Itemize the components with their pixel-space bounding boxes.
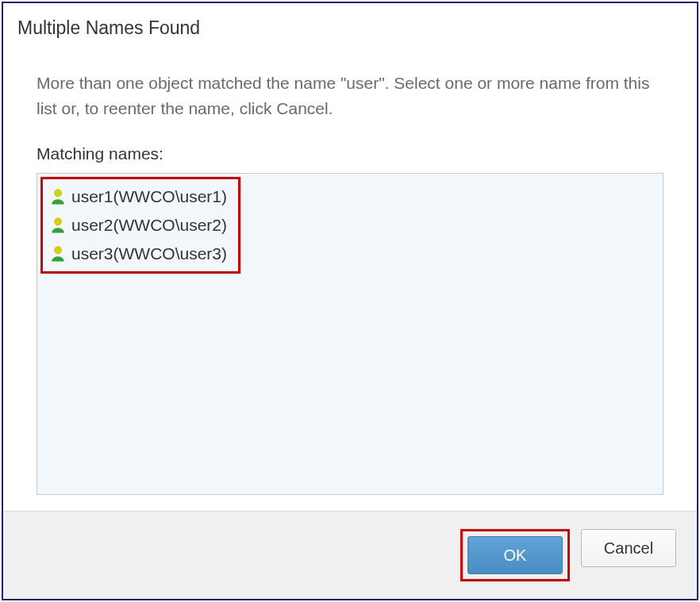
- dialog-title: Multiple Names Found: [3, 3, 697, 47]
- dialog-body: More than one object matched the name "u…: [3, 47, 697, 511]
- user-icon: [49, 245, 67, 263]
- ok-highlight-annotation: OK: [460, 529, 570, 581]
- cancel-button[interactable]: Cancel: [581, 529, 676, 567]
- user-icon: [49, 188, 67, 205]
- list-label: Matching names:: [37, 144, 663, 163]
- highlight-annotation: user1(WWCO\user1) user2(WWCO\user2) user…: [40, 177, 240, 274]
- dialog-footer: OK Cancel: [3, 511, 697, 599]
- list-item[interactable]: user1(WWCO\user1): [46, 182, 230, 211]
- list-item-label: user3(WWCO\user3): [71, 244, 227, 263]
- matching-names-list[interactable]: user1(WWCO\user1) user2(WWCO\user2) user…: [37, 173, 663, 495]
- user-icon: [49, 217, 67, 234]
- list-item-label: user1(WWCO\user1): [71, 187, 227, 206]
- svg-point-2: [54, 247, 61, 254]
- ok-button[interactable]: OK: [467, 536, 563, 574]
- instructions-text: More than one object matched the name "u…: [37, 71, 663, 121]
- list-item[interactable]: user2(WWCO\user2): [46, 211, 230, 240]
- list-item[interactable]: user3(WWCO\user3): [46, 240, 230, 268]
- list-item-label: user2(WWCO\user2): [71, 216, 227, 235]
- svg-point-1: [54, 218, 61, 225]
- svg-point-0: [54, 190, 61, 197]
- multiple-names-dialog: Multiple Names Found More than one objec…: [2, 2, 698, 600]
